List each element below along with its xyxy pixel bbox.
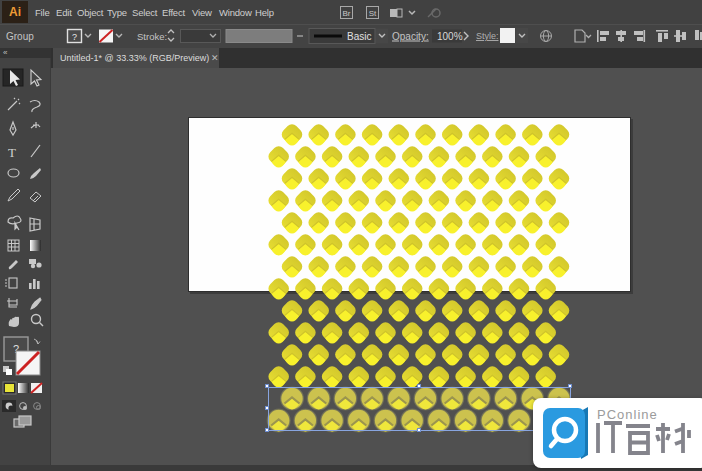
svg-text:Style:: Style:: [476, 31, 499, 41]
svg-text:Br: Br: [343, 9, 351, 18]
svg-text:Opacity:: Opacity:: [392, 31, 429, 42]
svg-text:Group: Group: [6, 31, 34, 42]
svg-text:T: T: [8, 145, 16, 160]
svg-text:100%: 100%: [437, 31, 463, 42]
svg-text:?: ?: [72, 32, 77, 42]
svg-text:St: St: [369, 9, 377, 18]
svg-text:Stroke:: Stroke:: [137, 31, 167, 42]
svg-text:Basic: Basic: [347, 31, 371, 42]
